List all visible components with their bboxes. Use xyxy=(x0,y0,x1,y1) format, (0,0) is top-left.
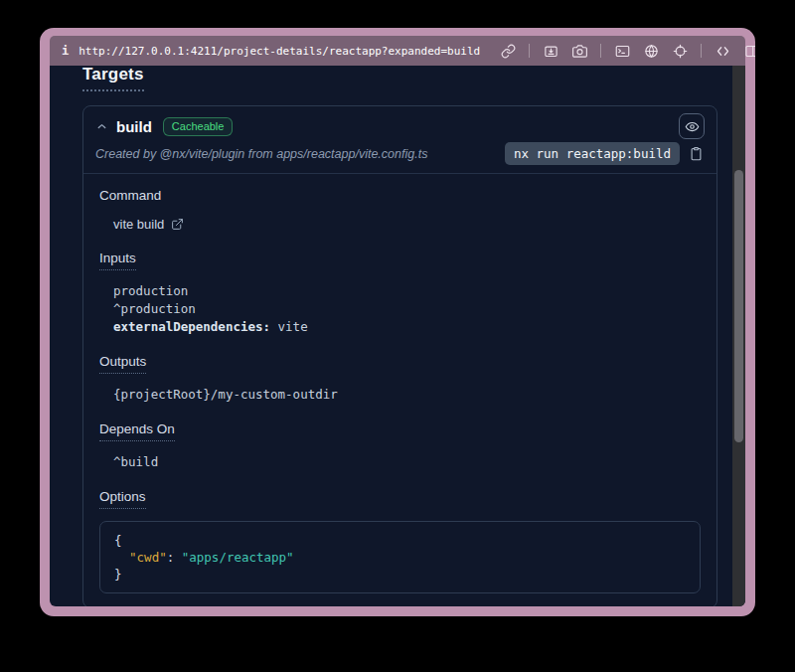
inputs-heading: Inputs xyxy=(99,251,136,270)
options-section: Options { "cwd": "apps/reactapp" } xyxy=(99,487,701,593)
json-key-cwd: "cwd" xyxy=(129,550,167,565)
output-item: {projectRoot}/my-custom-outdir xyxy=(113,386,701,404)
input-key: externalDependencies: xyxy=(113,319,270,334)
command-section: Command vite build xyxy=(99,188,701,233)
toolbar-divider xyxy=(529,44,530,58)
camera-icon[interactable] xyxy=(571,43,587,59)
outputs-heading: Outputs xyxy=(99,354,146,374)
json-close-brace: } xyxy=(114,567,122,582)
command-value-row: vite build xyxy=(113,217,185,232)
json-value-cwd: "apps/reactapp" xyxy=(182,550,294,565)
project-details-content: Targets build Cacheable xyxy=(50,66,745,606)
link-icon[interactable] xyxy=(500,43,516,59)
outputs-list: {projectRoot}/my-custom-outdir xyxy=(113,386,701,404)
targets-heading: Targets xyxy=(82,66,144,91)
cacheable-badge: Cacheable xyxy=(163,117,234,136)
input-item-keyed: externalDependencies: vite xyxy=(113,318,701,336)
toolbar-divider xyxy=(600,44,601,58)
build-card-header: build Cacheable Created by @nx/vite/plug… xyxy=(83,106,716,174)
inputs-section: Inputs production ^production externalDe… xyxy=(99,249,701,336)
inputs-list: production ^production externalDependenc… xyxy=(113,282,701,336)
page-viewport: Targets build Cacheable xyxy=(50,66,745,606)
json-separator: : xyxy=(167,550,182,565)
json-open-brace: { xyxy=(114,533,122,548)
screenshot-canvas: i http://127.0.0.1:4211/project-details/… xyxy=(0,0,795,672)
created-by-text: Created by @nx/vite/plugin from apps/rea… xyxy=(95,147,505,161)
browser-window-frame: i http://127.0.0.1:4211/project-details/… xyxy=(40,28,755,616)
code-icon[interactable] xyxy=(715,43,730,59)
eye-icon xyxy=(685,119,700,134)
address-url[interactable]: http://127.0.0.1:4211/project-details/re… xyxy=(79,45,480,58)
command-heading: Command xyxy=(99,188,701,203)
browser-toolbar: i http://127.0.0.1:4211/project-details/… xyxy=(50,36,745,66)
options-heading: Options xyxy=(99,489,146,509)
build-card-body: Command vite build xyxy=(83,174,716,606)
input-item: ^production xyxy=(113,300,701,318)
depends-on-heading: Depends On xyxy=(99,421,175,441)
copy-icon[interactable] xyxy=(689,146,705,162)
outputs-section: Outputs {projectRoot}/my-custom-outdir xyxy=(99,352,701,404)
target-crosshair-icon[interactable] xyxy=(672,43,688,59)
run-command-chip: nx run reactapp:build xyxy=(505,142,680,165)
split-panel-icon[interactable] xyxy=(743,43,755,59)
json-indent xyxy=(114,550,129,565)
info-icon: i xyxy=(62,44,69,58)
build-target-title: build xyxy=(116,118,152,135)
options-code-block: { "cwd": "apps/reactapp" } xyxy=(99,521,701,593)
import-icon[interactable] xyxy=(543,43,558,59)
terminal-icon[interactable] xyxy=(614,43,630,59)
globe-icon[interactable] xyxy=(643,43,659,59)
depends-on-list: ^build xyxy=(113,453,701,471)
input-item: production xyxy=(113,282,701,300)
scrollbar-track[interactable] xyxy=(732,66,745,606)
scrollbar-thumb[interactable] xyxy=(734,170,743,442)
toolbar-divider xyxy=(701,44,702,58)
chevron-up-icon[interactable] xyxy=(95,120,108,133)
command-value: vite build xyxy=(113,217,164,232)
build-header-row: build Cacheable xyxy=(95,113,705,139)
input-value: vite xyxy=(270,319,308,334)
build-target-card: build Cacheable Created by @nx/vite/plug… xyxy=(82,105,717,606)
external-link-icon[interactable] xyxy=(171,218,185,232)
depends-on-item: ^build xyxy=(113,453,701,471)
depends-on-section: Depends On ^build xyxy=(99,420,701,471)
build-header-subrow: Created by @nx/vite/plugin from apps/rea… xyxy=(95,142,705,165)
view-target-eye-button[interactable] xyxy=(679,113,705,139)
toolbar-icons xyxy=(500,43,755,59)
